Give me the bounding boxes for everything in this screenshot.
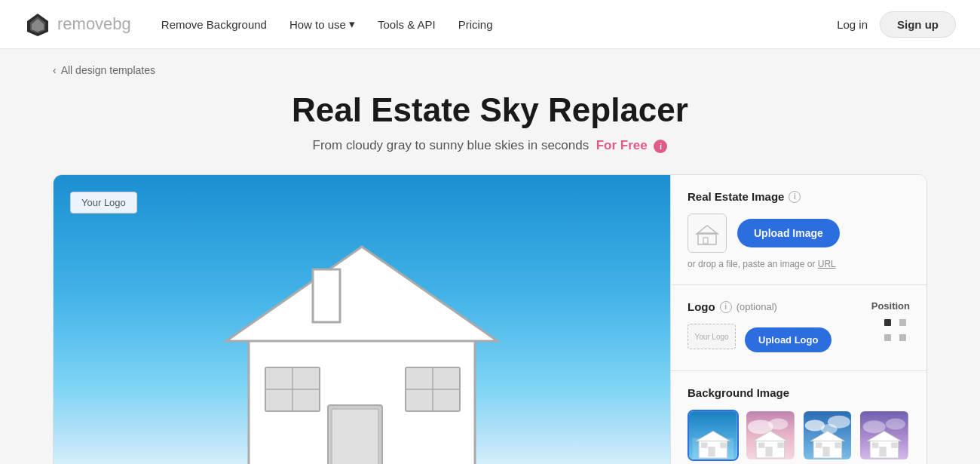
navbar: removebg Remove Background How to use ▾ … <box>0 0 980 49</box>
svg-rect-18 <box>703 238 708 244</box>
subtitle-text: From cloudy gray to sunny blue skies in … <box>313 138 590 152</box>
bg-thumb-1[interactable] <box>688 410 739 461</box>
svg-rect-7 <box>332 409 378 464</box>
logo-placeholder-small: Your Logo <box>688 324 736 349</box>
bg-thumb-2[interactable] <box>745 410 796 461</box>
page-subtitle: From cloudy gray to sunny blue skies in … <box>53 138 927 153</box>
bg-thumb-4[interactable] <box>859 410 910 461</box>
svg-rect-41 <box>815 442 821 448</box>
svg-rect-42 <box>835 442 841 448</box>
breadcrumb-chevron: ‹ <box>53 64 57 76</box>
real-estate-title: Real Estate Image i <box>688 190 910 203</box>
logo-upload-row: Your Logo Upload Logo <box>688 324 871 355</box>
logo-info-icon[interactable]: i <box>720 301 732 313</box>
svg-rect-49 <box>872 442 878 448</box>
upload-row: Upload Image <box>688 214 910 253</box>
svg-rect-40 <box>822 447 829 456</box>
logo-optional: (optional) <box>737 301 777 312</box>
pos-bottom-right[interactable] <box>899 334 906 341</box>
nav-how-to-use[interactable]: How to use ▾ <box>289 17 355 31</box>
nav-pricing[interactable]: Pricing <box>458 18 493 31</box>
pos-top-right[interactable] <box>899 319 906 326</box>
chevron-down-icon: ▾ <box>349 17 355 31</box>
house-placeholder-icon <box>688 214 727 253</box>
house-small-icon <box>694 220 720 246</box>
canvas-panel: Your Logo <box>54 175 670 464</box>
svg-rect-50 <box>892 442 898 448</box>
logo-text: removebg <box>57 14 131 34</box>
logo-icon <box>24 11 51 38</box>
background-section: Background Image <box>671 371 926 464</box>
nav-links: Remove Background How to use ▾ Tools & A… <box>161 17 837 31</box>
for-free-label: For Free <box>596 138 648 152</box>
position-label: Position <box>871 300 910 312</box>
logo-placeholder-text: Your Logo <box>694 333 728 341</box>
upload-image-button[interactable]: Upload Image <box>737 219 840 247</box>
main-content: ‹ All design templates Real Estate Sky R… <box>38 49 942 464</box>
bg-thumb-3[interactable] <box>802 410 853 461</box>
svg-rect-33 <box>777 442 783 448</box>
logo-title: Logo i (optional) <box>688 300 871 313</box>
svg-rect-5 <box>313 269 340 322</box>
logo-left: Logo i (optional) Your Logo Upload Logo <box>688 300 871 355</box>
logo-section-inner: Logo i (optional) Your Logo Upload Logo <box>688 300 910 355</box>
bg-images-grid <box>688 410 910 461</box>
position-grid[interactable] <box>884 319 910 345</box>
nav-tools-api[interactable]: Tools & API <box>378 18 436 31</box>
page-title: Real Estate Sky Replacer <box>53 91 927 129</box>
pos-bottom-left[interactable] <box>884 334 891 341</box>
svg-point-28 <box>768 419 788 430</box>
bg-images-title: Background Image <box>688 386 910 399</box>
svg-rect-23 <box>708 447 715 456</box>
signup-button[interactable]: Sign up <box>880 11 956 38</box>
logo-area[interactable]: removebg <box>24 11 131 38</box>
editor-area: Your Logo <box>53 174 927 464</box>
house-svg <box>204 186 520 464</box>
svg-rect-31 <box>765 447 772 456</box>
svg-rect-25 <box>720 442 726 448</box>
breadcrumb-label: All design templates <box>61 64 155 76</box>
house-illustration <box>204 186 520 464</box>
login-button[interactable]: Log in <box>837 18 868 31</box>
logo-badge: Your Logo <box>70 192 137 214</box>
upload-logo-button[interactable]: Upload Logo <box>745 327 831 352</box>
svg-rect-24 <box>701 442 707 448</box>
right-panel: Real Estate Image i Upload Image or drop <box>670 175 926 464</box>
real-estate-info-icon[interactable]: i <box>789 191 801 203</box>
real-estate-section: Real Estate Image i Upload Image or drop <box>671 175 926 285</box>
svg-point-45 <box>886 419 905 430</box>
logo-section: Logo i (optional) Your Logo Upload Logo <box>671 285 926 371</box>
logo-right: Position <box>871 300 910 345</box>
svg-rect-32 <box>758 442 764 448</box>
svg-rect-48 <box>880 447 887 456</box>
nav-actions: Log in Sign up <box>837 11 956 38</box>
pos-top-left[interactable] <box>884 319 891 326</box>
svg-marker-4 <box>226 247 498 341</box>
svg-point-44 <box>863 420 886 433</box>
url-link[interactable]: URL <box>818 259 836 269</box>
breadcrumb[interactable]: ‹ All design templates <box>53 64 927 76</box>
nav-remove-background[interactable]: Remove Background <box>161 18 267 31</box>
svg-rect-16 <box>698 233 716 244</box>
drop-hint: or drop a file, paste an image or URL <box>688 259 910 269</box>
for-free-info-icon[interactable]: i <box>654 140 667 153</box>
